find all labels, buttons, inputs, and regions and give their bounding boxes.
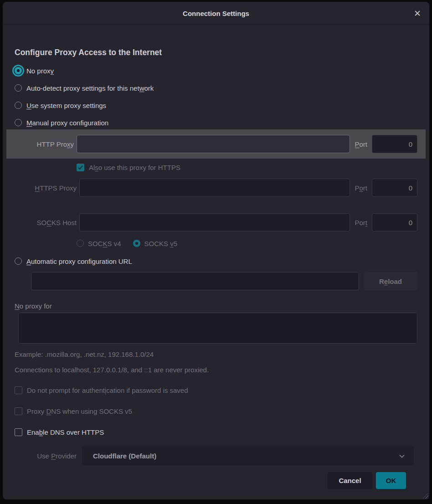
- example-hint: Example: .mozilla.org, .net.nz, 192.168.…: [15, 350, 417, 358]
- no-prompt-checkbox[interactable]: [15, 386, 22, 394]
- https-proxy-label: HTTPS Proxy: [15, 184, 77, 192]
- http-proxy-row: HTTP Proxy Port: [15, 135, 417, 153]
- no-proxy-for-label: No proxy for: [15, 302, 417, 310]
- use-provider-label: Use Provider: [15, 452, 77, 460]
- https-proxy-row: HTTPS Proxy Port: [15, 179, 417, 197]
- radio-socks-v4[interactable]: [77, 240, 84, 247]
- enable-doh-checkbox[interactable]: [15, 428, 22, 436]
- radio-socks-v4-label: SOCKS v4: [88, 240, 121, 247]
- radio-row-manual-proxy[interactable]: Manual proxy configuration: [15, 116, 417, 129]
- proxy-dns-row[interactable]: Proxy DNS when using SOCKS v5: [15, 405, 417, 417]
- auto-url-row: Reload: [31, 272, 417, 290]
- proxy-dns-label: Proxy DNS when using SOCKS v5: [27, 407, 132, 415]
- radio-system-proxy[interactable]: [15, 102, 22, 109]
- also-https-checkbox[interactable]: [77, 164, 84, 171]
- https-port-label: Port: [355, 184, 367, 192]
- radio-no-proxy[interactable]: [15, 67, 22, 74]
- no-prompt-row[interactable]: Do not prompt for authentication if pass…: [15, 384, 417, 396]
- close-icon[interactable]: ✕: [414, 9, 421, 18]
- dialog-title: Connection Settings: [183, 10, 249, 17]
- no-proxy-for-textarea[interactable]: [18, 313, 417, 344]
- auto-config-url-input[interactable]: [31, 272, 359, 290]
- provider-dropdown-value: Cloudflare (Default): [93, 452, 156, 460]
- no-prompt-label: Do not prompt for authentication if pass…: [27, 386, 188, 394]
- radio-row-system-proxy[interactable]: Use system proxy settings: [15, 98, 417, 112]
- socks-version-row: SOCKS v4 SOCKS v5: [77, 239, 417, 248]
- radio-system-proxy-label: Use system proxy settings: [26, 102, 106, 109]
- chevron-down-icon: [398, 453, 406, 460]
- enable-doh-row[interactable]: Enable DNS over HTTPS: [15, 426, 417, 438]
- connection-settings-dialog: Connection Settings ✕ Configure Proxy Ac…: [3, 2, 429, 499]
- also-https-row[interactable]: Also use this proxy for HTTPS: [77, 162, 417, 173]
- radio-no-proxy-label: No proxy: [26, 67, 54, 75]
- http-proxy-input[interactable]: [77, 135, 350, 153]
- socks-host-row: SOCKS Host Port: [15, 213, 417, 231]
- radio-auto-detect-label: Auto-detect proxy settings for this netw…: [26, 84, 154, 92]
- dialog-content: Configure Proxy Access to the Internet N…: [3, 48, 429, 489]
- http-proxy-row-highlight: HTTP Proxy Port: [6, 129, 426, 159]
- radio-row-auto-detect[interactable]: Auto-detect proxy settings for this netw…: [15, 81, 417, 95]
- reload-button[interactable]: Reload: [364, 272, 417, 290]
- title-bar: Connection Settings ✕: [3, 2, 429, 25]
- socks-host-label: SOCKS Host: [15, 219, 77, 226]
- provider-dropdown[interactable]: Cloudflare (Default): [82, 447, 414, 465]
- https-port-input[interactable]: [372, 179, 417, 197]
- radio-manual-proxy[interactable]: [15, 119, 22, 126]
- page-title: Configure Proxy Access to the Internet: [15, 48, 417, 57]
- radio-socks-v5[interactable]: [133, 240, 140, 247]
- radio-row-no-proxy[interactable]: No proxy: [15, 64, 417, 77]
- dialog-footer: Cancel OK: [15, 465, 417, 489]
- socks-host-input[interactable]: [79, 213, 350, 231]
- radio-auto-url[interactable]: [15, 257, 22, 265]
- socks-port-input[interactable]: [372, 213, 417, 231]
- radio-manual-proxy-label: Manual proxy configuration: [26, 119, 108, 127]
- radio-auto-url-label: Automatic proxy configuration URL: [26, 257, 132, 265]
- enable-doh-label: Enable DNS over HTTPS: [27, 428, 104, 436]
- http-port-label: Port: [355, 140, 367, 148]
- cancel-button[interactable]: Cancel: [328, 472, 372, 489]
- checkmark-icon: [77, 165, 83, 170]
- http-port-input[interactable]: [372, 135, 417, 153]
- resize-grip[interactable]: [421, 491, 428, 499]
- radio-row-auto-url[interactable]: Automatic proxy configuration URL: [15, 254, 417, 268]
- http-proxy-label: HTTP Proxy: [15, 140, 74, 148]
- radio-socks-v5-label: SOCKS v5: [144, 240, 178, 247]
- proxy-mode-group: No proxy Auto-detect proxy settings for …: [15, 64, 417, 129]
- https-proxy-input[interactable]: [79, 179, 350, 197]
- socks-port-label: Port: [355, 219, 367, 226]
- provider-row: Use Provider Cloudflare (Default): [15, 447, 417, 465]
- localhost-hint: Connections to localhost, 127.0.0.1/8, a…: [15, 366, 417, 374]
- ok-button[interactable]: OK: [376, 472, 406, 489]
- radio-auto-detect[interactable]: [15, 84, 22, 92]
- proxy-dns-checkbox[interactable]: [15, 407, 22, 415]
- also-https-label: Also use this proxy for HTTPS: [89, 164, 180, 171]
